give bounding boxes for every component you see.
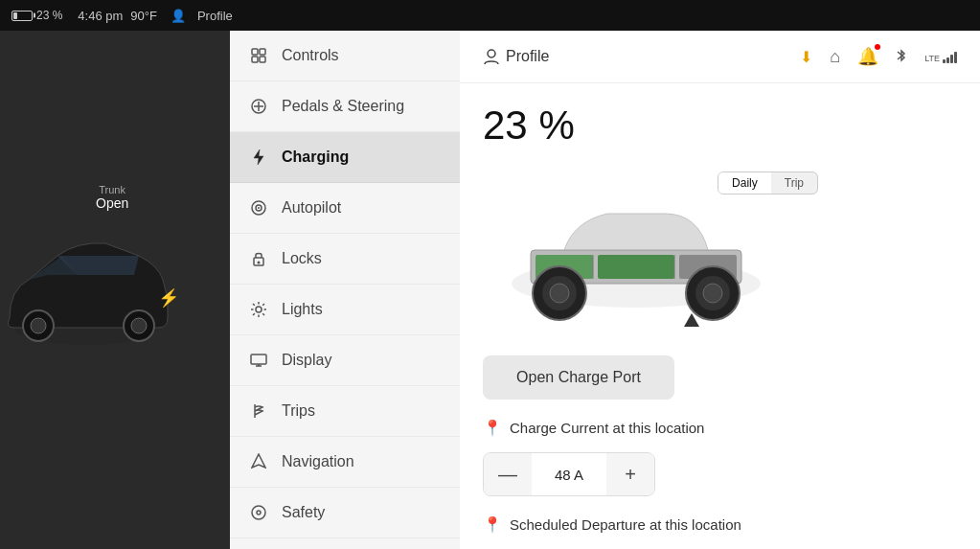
tab-daily[interactable]: Daily (718, 172, 771, 194)
charging-icon (249, 148, 268, 167)
svg-rect-8 (252, 57, 258, 62)
battery-icon (11, 11, 33, 21)
sidebar-item-pedals[interactable]: Pedals & Steering (230, 81, 460, 132)
bell-icon[interactable]: 🔔 (857, 46, 878, 67)
autopilot-icon (249, 198, 268, 217)
controls-icon (249, 46, 268, 65)
safety-label: Safety (282, 504, 325, 521)
sidebar-item-autopilot[interactable]: Autopilot (230, 183, 460, 234)
pedals-icon (249, 97, 268, 116)
bluetooth-icon[interactable] (896, 48, 907, 66)
pedals-label: Pedals & Steering (282, 98, 404, 115)
increase-amp-button[interactable]: + (606, 453, 654, 495)
status-time: 4:46 pm (78, 9, 123, 23)
svg-rect-34 (598, 255, 674, 279)
status-bar: 23 % 4:46 pm 90°F 👤 Profile (0, 0, 980, 31)
trunk-label-text: Trunk (96, 184, 128, 195)
trips-label: Trips (282, 402, 315, 420)
display-icon (249, 351, 268, 370)
controls-label: Controls (282, 47, 339, 64)
svg-line-24 (253, 313, 255, 315)
departure-location-icon: 📍 (483, 515, 502, 534)
svg-rect-6 (252, 49, 258, 55)
sidebar-item-lights[interactable]: Lights (230, 285, 460, 335)
svg-line-22 (262, 313, 264, 315)
svg-point-13 (258, 207, 260, 209)
svg-point-4 (31, 318, 46, 333)
sidebar-item-safety[interactable]: Safety (230, 488, 460, 538)
open-charge-port-button[interactable]: Open Charge Port (483, 355, 674, 400)
sidebar-item-navigation[interactable]: Navigation (230, 437, 460, 488)
header-icons: ⬇ ⌂ 🔔 LTE (800, 46, 957, 67)
svg-line-23 (262, 304, 264, 306)
charge-current-label: Charge Current at this location (510, 420, 704, 436)
chassis-svg (483, 193, 789, 327)
scheduled-departure-label: Scheduled Departure at this location (510, 516, 741, 533)
amperage-control: — 48 A + (483, 452, 655, 496)
sidebar-item-charging[interactable]: Charging (230, 132, 460, 183)
svg-point-2 (131, 318, 147, 333)
svg-point-29 (257, 511, 261, 515)
autopilot-label: Autopilot (282, 199, 341, 217)
svg-point-28 (252, 506, 265, 519)
charge-current-location: 📍 Charge Current at this location (483, 419, 957, 437)
profile-wrapper: Profile (483, 48, 549, 65)
trips-icon (249, 401, 268, 421)
charge-tabs: Daily Trip (718, 172, 818, 194)
locks-icon (249, 249, 268, 268)
download-icon[interactable]: ⬇ (800, 48, 812, 66)
person-icon: 👤 (171, 9, 186, 23)
battery-car-visualization: Daily Trip (483, 164, 847, 336)
location-icon: 📍 (483, 419, 502, 437)
svg-text:⚡: ⚡ (158, 287, 180, 309)
svg-rect-25 (251, 355, 266, 364)
charge-section: 23 % Daily Trip (460, 83, 980, 549)
svg-point-15 (258, 262, 261, 264)
svg-rect-9 (260, 57, 265, 62)
safety-icon (249, 503, 268, 522)
profile-header: Profile ⬇ ⌂ 🔔 LTE (460, 31, 980, 83)
charging-label: Charging (282, 149, 349, 166)
map-area: Trunk Open ⚡ (0, 31, 230, 549)
svg-point-30 (488, 50, 495, 57)
status-profile[interactable]: Profile (197, 9, 233, 23)
notification-dot (875, 44, 880, 50)
charge-marker (684, 313, 699, 327)
home-icon[interactable]: ⌂ (830, 47, 840, 67)
battery-indicator: 23 % (11, 9, 62, 22)
car-image: ⚡ (0, 203, 182, 376)
lights-label: Lights (282, 301, 323, 318)
display-label: Display (282, 352, 331, 369)
scheduled-departure: 📍 Scheduled Departure at this location (483, 515, 957, 534)
svg-rect-7 (260, 49, 265, 55)
svg-point-16 (256, 307, 262, 312)
sidebar-item-trips[interactable]: Trips (230, 386, 460, 437)
profile-label: Profile (506, 48, 549, 65)
sidebar: Controls Pedals & Steering Charging (230, 31, 460, 549)
charge-percent: 23 % (483, 103, 957, 149)
navigation-label: Navigation (282, 453, 354, 470)
decrease-amp-button[interactable]: — (484, 453, 532, 495)
sidebar-item-service[interactable]: Service (230, 538, 460, 549)
sidebar-item-locks[interactable]: Locks (230, 234, 460, 285)
svg-point-43 (550, 284, 569, 303)
amperage-value: 48 A (532, 467, 606, 483)
battery-percent: 23 % (36, 9, 62, 22)
svg-line-21 (253, 304, 255, 306)
locks-label: Locks (282, 250, 322, 267)
lte-indicator: LTE (924, 50, 957, 63)
tab-trip[interactable]: Trip (771, 172, 817, 194)
navigation-icon (249, 452, 268, 471)
svg-point-40 (703, 284, 722, 303)
sidebar-item-display[interactable]: Display (230, 335, 460, 386)
main-content: Profile ⬇ ⌂ 🔔 LTE 23 (460, 31, 980, 549)
lights-icon (249, 300, 268, 319)
profile-person-icon (483, 48, 500, 65)
sidebar-item-controls[interactable]: Controls (230, 31, 460, 81)
status-temp: 90°F (130, 9, 157, 23)
